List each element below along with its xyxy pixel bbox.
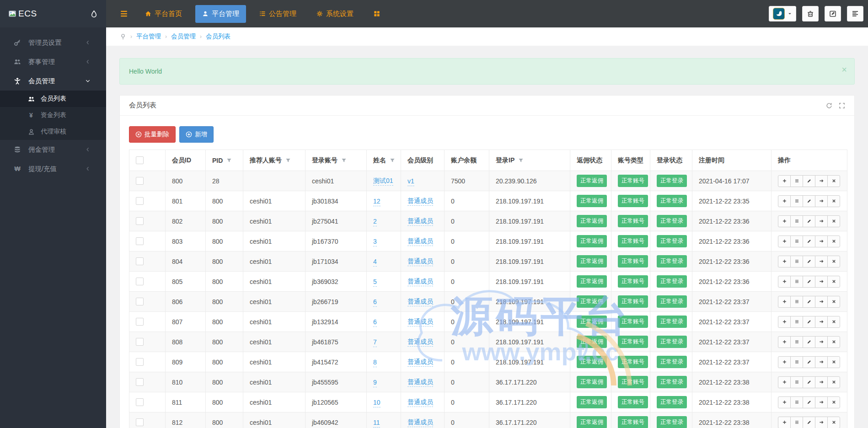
name-link[interactable]: 12 — [373, 198, 380, 206]
sidebar-item-commission-manage[interactable]: 佣金管理 — [0, 140, 106, 159]
op-detail-button[interactable] — [790, 356, 803, 368]
row-checkbox[interactable] — [136, 398, 144, 406]
funnel-icon[interactable] — [518, 158, 524, 163]
op-edit-button[interactable] — [803, 195, 815, 207]
login_status-badge[interactable]: 正常登录 — [657, 416, 687, 428]
op-delete-button[interactable] — [827, 215, 840, 227]
login_status-badge[interactable]: 正常登录 — [657, 376, 687, 388]
op-edit-button[interactable] — [803, 336, 815, 348]
sidebar-subitem-agent-review[interactable]: 代理审核 — [0, 123, 106, 140]
breadcrumb-item-platform[interactable]: 平台管理 — [136, 32, 161, 41]
op-delete-button[interactable] — [827, 256, 840, 268]
level-link[interactable]: 普通成员 — [407, 338, 433, 347]
level-link[interactable]: 普通成员 — [407, 217, 433, 226]
batch-delete-button[interactable]: 批量删除 — [129, 126, 176, 143]
account_type-badge[interactable]: 正常账号 — [618, 336, 648, 348]
op-transfer-button[interactable] — [815, 215, 828, 227]
account_type-badge[interactable]: 正常账号 — [618, 416, 648, 428]
op-add-button[interactable] — [778, 396, 791, 408]
rebate_status-badge[interactable]: 正常返佣 — [577, 336, 607, 348]
rebate_status-badge[interactable]: 正常返佣 — [577, 255, 607, 268]
op-detail-button[interactable] — [790, 215, 803, 227]
op-add-button[interactable] — [778, 195, 791, 207]
breadcrumb-item-member-list[interactable]: 会员列表 — [206, 32, 230, 41]
sidebar-toggle-icon[interactable] — [120, 10, 128, 18]
op-edit-button[interactable] — [803, 396, 815, 408]
account_type-badge[interactable]: 正常账号 — [618, 235, 648, 247]
clear-cache-button[interactable] — [802, 6, 819, 21]
account_type-badge[interactable]: 正常账号 — [618, 195, 648, 207]
login_status-badge[interactable]: 正常登录 — [657, 356, 687, 368]
log-menu-button[interactable] — [847, 6, 863, 21]
op-add-button[interactable] — [778, 356, 791, 368]
row-checkbox[interactable] — [136, 318, 144, 326]
name-link[interactable]: 9 — [373, 379, 377, 387]
op-transfer-button[interactable] — [815, 296, 828, 308]
account_type-badge[interactable]: 正常账号 — [618, 295, 648, 308]
row-checkbox[interactable] — [136, 197, 144, 205]
name-link[interactable]: 4 — [373, 258, 377, 267]
op-add-button[interactable] — [778, 235, 791, 247]
nav-item-notice-manage[interactable]: 公告管理 — [252, 5, 303, 23]
level-link[interactable]: v1 — [407, 177, 414, 186]
op-transfer-button[interactable] — [815, 256, 828, 268]
op-transfer-button[interactable] — [815, 175, 828, 187]
op-add-button[interactable] — [778, 256, 791, 268]
name-link[interactable]: 6 — [373, 298, 377, 307]
account_type-badge[interactable]: 正常账号 — [618, 255, 648, 268]
op-delete-button[interactable] — [827, 316, 840, 328]
op-transfer-button[interactable] — [815, 336, 828, 348]
op-add-button[interactable] — [778, 336, 791, 348]
op-delete-button[interactable] — [827, 175, 840, 187]
login_status-badge[interactable]: 正常登录 — [657, 195, 687, 207]
op-detail-button[interactable] — [790, 276, 803, 288]
login_status-badge[interactable]: 正常登录 — [657, 396, 687, 408]
funnel-icon[interactable] — [341, 158, 347, 163]
op-add-button[interactable] — [778, 417, 791, 428]
level-link[interactable]: 普通成员 — [407, 197, 433, 206]
funnel-icon[interactable] — [226, 158, 232, 163]
row-checkbox[interactable] — [136, 278, 144, 285]
op-edit-button[interactable] — [803, 296, 815, 308]
rebate_status-badge[interactable]: 正常返佣 — [577, 316, 607, 328]
op-delete-button[interactable] — [827, 235, 840, 247]
op-delete-button[interactable] — [827, 296, 840, 308]
nav-item-platform-manage[interactable]: 平台管理 — [195, 5, 246, 23]
login_status-badge[interactable]: 正常登录 — [657, 215, 687, 227]
refresh-icon[interactable] — [826, 102, 832, 109]
account_type-badge[interactable]: 正常账号 — [618, 356, 648, 368]
op-delete-button[interactable] — [827, 376, 840, 388]
op-detail-button[interactable] — [790, 336, 803, 348]
op-detail-button[interactable] — [790, 417, 803, 428]
rebate_status-badge[interactable]: 正常返佣 — [577, 175, 607, 187]
row-checkbox[interactable] — [136, 237, 144, 245]
account_type-badge[interactable]: 正常账号 — [618, 396, 648, 408]
account_type-badge[interactable]: 正常账号 — [618, 175, 648, 187]
level-link[interactable]: 普通成员 — [407, 358, 433, 367]
op-add-button[interactable] — [778, 215, 791, 227]
breadcrumb-item-members[interactable]: 会员管理 — [171, 32, 196, 41]
op-delete-button[interactable] — [827, 356, 840, 368]
sidebar-item-admin-settings[interactable]: 管理员设置 — [0, 33, 106, 52]
account_type-badge[interactable]: 正常账号 — [618, 215, 648, 227]
nav-item-system-settings[interactable]: 系统设置 — [310, 5, 360, 23]
op-detail-button[interactable] — [790, 376, 803, 388]
sidebar-subitem-funds-list[interactable]: ¥资金列表 — [0, 107, 106, 123]
funnel-icon[interactable] — [390, 158, 395, 163]
name-link[interactable]: 3 — [373, 238, 377, 246]
login_status-badge[interactable]: 正常登录 — [657, 336, 687, 348]
op-detail-button[interactable] — [790, 296, 803, 308]
rebate_status-badge[interactable]: 正常返佣 — [577, 235, 607, 247]
login_status-badge[interactable]: 正常登录 — [657, 316, 687, 328]
login_status-badge[interactable]: 正常登录 — [657, 235, 687, 247]
op-add-button[interactable] — [778, 276, 791, 288]
level-link[interactable]: 普通成员 — [407, 237, 433, 246]
op-edit-button[interactable] — [803, 256, 815, 268]
edit-shortcut-button[interactable] — [825, 6, 841, 21]
row-checkbox[interactable] — [136, 378, 144, 386]
op-edit-button[interactable] — [803, 356, 815, 368]
op-delete-button[interactable] — [827, 396, 840, 408]
sidebar-item-member-manage[interactable]: 会员管理 — [0, 71, 106, 91]
nav-item-apps-grid[interactable] — [367, 6, 387, 21]
name-link[interactable]: 测试01 — [373, 177, 393, 186]
